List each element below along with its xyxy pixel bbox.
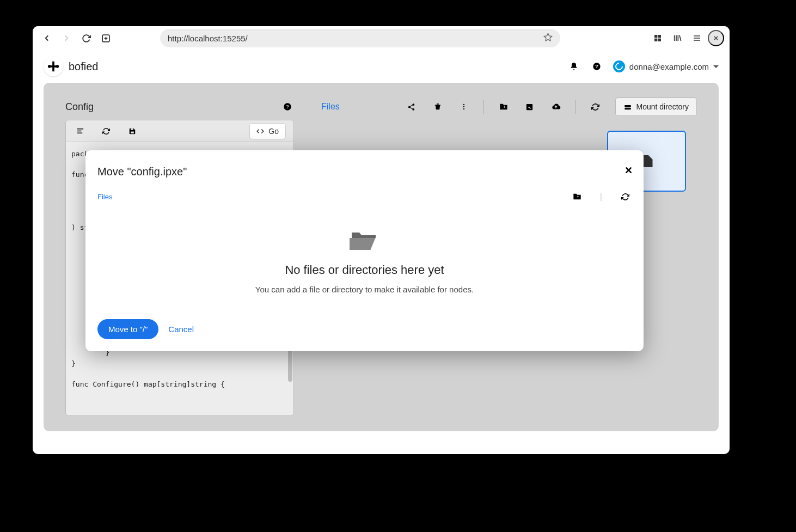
app-logo-icon [47, 60, 59, 72]
help-icon[interactable]: ? [590, 60, 603, 73]
svg-rect-5 [658, 35, 661, 38]
modal-breadcrumb[interactable]: Files [97, 193, 112, 201]
modal-empty-state: No files or directories here yet You can… [97, 214, 632, 319]
edit-note-icon[interactable] [523, 100, 536, 113]
svg-marker-3 [544, 33, 552, 40]
svg-rect-29 [131, 131, 134, 133]
mount-label: Mount directory [636, 102, 689, 111]
folder-open-icon [350, 228, 380, 250]
move-modal: Move "config.ipxe" ✕ Files + | No files … [85, 150, 644, 351]
svg-line-33 [410, 105, 412, 107]
url-bar[interactable]: http://localhost:15255/ [160, 29, 560, 47]
cancel-button[interactable]: Cancel [168, 325, 194, 334]
user-avatar-icon [613, 60, 625, 72]
svg-point-32 [412, 108, 414, 111]
svg-text:+: + [577, 194, 579, 199]
files-breadcrumb[interactable]: Files [321, 102, 340, 112]
svg-rect-35 [437, 103, 439, 105]
user-email: donna@example.com [629, 62, 709, 71]
svg-point-19 [48, 65, 51, 68]
config-help-icon[interactable]: ? [281, 100, 294, 113]
apps-grid-icon[interactable] [649, 29, 666, 47]
bookmark-star-icon[interactable] [543, 33, 553, 44]
svg-text:?: ? [595, 64, 598, 69]
svg-rect-6 [654, 39, 657, 41]
modal-refresh-icon[interactable] [619, 190, 632, 203]
chevron-down-icon [713, 65, 719, 68]
app-header: bofied ? donna@example.com [33, 50, 730, 83]
svg-point-30 [412, 103, 414, 106]
modal-title: Move "config.ipxe" [97, 166, 632, 178]
files-toolbar: + [405, 97, 697, 116]
move-confirm-button[interactable]: Move to "/" [97, 319, 158, 339]
modal-new-folder-icon[interactable]: + [571, 190, 584, 203]
save-icon[interactable] [126, 125, 139, 138]
divider [575, 100, 576, 114]
svg-point-37 [463, 106, 464, 107]
svg-rect-28 [131, 128, 133, 130]
editor-refresh-icon[interactable] [100, 125, 113, 138]
more-kebab-icon[interactable] [457, 100, 470, 113]
run-label: Go [268, 127, 279, 136]
editor-toolbar: Go [66, 120, 293, 142]
browser-toolbar: http://localhost:15255/ [33, 26, 730, 50]
empty-title: No files or directories here yet [97, 263, 632, 277]
svg-rect-7 [658, 39, 661, 41]
format-icon[interactable] [74, 125, 87, 138]
new-folder-icon[interactable]: + [497, 100, 510, 113]
svg-text:?: ? [286, 104, 289, 109]
svg-point-20 [56, 65, 59, 68]
upload-cloud-icon[interactable] [549, 100, 562, 113]
svg-rect-4 [654, 35, 657, 38]
config-title: Config [65, 101, 94, 113]
modal-close-button[interactable]: ✕ [624, 164, 633, 176]
run-button[interactable]: Go [249, 123, 286, 139]
modal-divider: | [600, 192, 602, 201]
nav-back-button[interactable] [38, 29, 56, 47]
empty-subtitle: You can add a file or directory to make … [97, 285, 632, 294]
svg-text:+: + [503, 105, 505, 109]
svg-rect-42 [624, 108, 631, 109]
svg-point-31 [408, 106, 411, 108]
nav-reload-button[interactable] [77, 29, 95, 47]
svg-point-38 [463, 108, 464, 109]
hamburger-menu-icon[interactable] [688, 29, 706, 47]
svg-line-11 [679, 35, 681, 41]
notifications-bell-icon[interactable] [567, 60, 580, 73]
svg-point-36 [463, 104, 464, 105]
library-icon[interactable] [669, 29, 686, 47]
url-text: http://localhost:15255/ [168, 34, 248, 43]
browser-window: http://localhost:15255/ [33, 26, 730, 454]
user-menu[interactable]: donna@example.com [613, 60, 719, 72]
svg-rect-41 [624, 105, 631, 107]
nav-newtab-button[interactable] [97, 29, 114, 47]
svg-line-34 [410, 107, 412, 109]
files-refresh-icon[interactable] [589, 100, 602, 113]
divider [483, 100, 484, 114]
delete-trash-icon[interactable] [431, 100, 444, 113]
app-logo [44, 57, 63, 76]
nav-forward-button[interactable] [58, 29, 75, 47]
svg-rect-18 [52, 62, 54, 71]
app-name: bofied [69, 60, 99, 73]
mount-directory-button[interactable]: Mount directory [615, 97, 697, 116]
share-icon[interactable] [405, 100, 418, 113]
close-browser-button[interactable] [708, 30, 724, 46]
